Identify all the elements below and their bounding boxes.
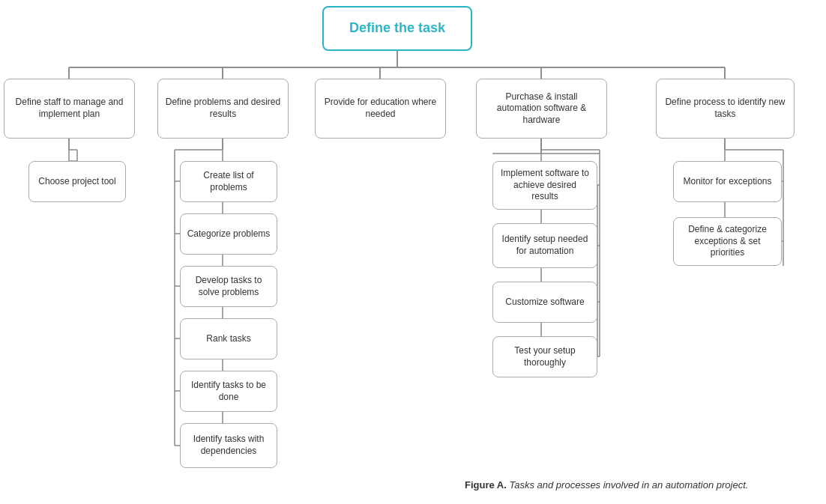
l2-2-5-label: Identify tasks to be done xyxy=(187,380,271,403)
l2-2-2-label: Categorize problems xyxy=(187,228,271,240)
root-node: Define the task xyxy=(322,6,472,51)
l2-4-1-node: Implement software to achieve desired re… xyxy=(492,161,597,210)
l2-4-2-node: Identify setup needed for automation xyxy=(492,223,597,268)
figure-label-bold: Figure A. xyxy=(465,479,507,491)
figure-caption: Figure A. Tasks and processes involved i… xyxy=(465,479,748,491)
l2-4-4-label: Test your setup thoroughly xyxy=(499,345,591,368)
l1-node-3: Provide for education where needed xyxy=(315,79,446,139)
l2-1-1-node: Choose project tool xyxy=(28,161,126,202)
l2-2-1-label: Create list of problems xyxy=(187,170,271,193)
l2-2-2-node: Categorize problems xyxy=(180,213,277,255)
l1-node-4: Purchase & install automation software &… xyxy=(476,79,607,139)
l2-5-2-node: Define & categorize exceptions & set pri… xyxy=(673,217,782,266)
l1-node-2: Define problems and desired results xyxy=(157,79,289,139)
l2-2-5-node: Identify tasks to be done xyxy=(180,371,277,412)
l2-1-1-label: Choose project tool xyxy=(38,176,115,188)
l1-node-1: Define staff to manage and implement pla… xyxy=(4,79,135,139)
l2-2-6-label: Identify tasks with dependencies xyxy=(187,434,271,457)
l2-5-1-label: Monitor for exceptions xyxy=(683,176,771,188)
l2-5-1-node: Monitor for exceptions xyxy=(673,161,782,202)
l2-2-4-label: Rank tasks xyxy=(206,333,250,345)
l2-2-3-node: Develop tasks to solve problems xyxy=(180,266,277,307)
root-label: Define the task xyxy=(349,19,445,37)
l2-4-4-node: Test your setup thoroughly xyxy=(492,336,597,377)
l2-2-4-node: Rank tasks xyxy=(180,318,277,359)
l1-label-3: Provide for education where needed xyxy=(322,97,439,120)
l2-4-3-node: Customize software xyxy=(492,282,597,323)
l2-2-6-node: Identify tasks with dependencies xyxy=(180,423,277,468)
l1-label-5: Define process to identify new tasks xyxy=(663,97,788,120)
l2-2-1-node: Create list of problems xyxy=(180,161,277,202)
l2-4-1-label: Implement software to achieve desired re… xyxy=(499,168,591,203)
l1-label-2: Define problems and desired results xyxy=(164,97,282,120)
l2-2-3-label: Develop tasks to solve problems xyxy=(187,275,271,298)
l1-node-5: Define process to identify new tasks xyxy=(656,79,795,139)
l2-5-2-label: Define & categorize exceptions & set pri… xyxy=(680,224,775,259)
l1-label-4: Purchase & install automation software &… xyxy=(483,91,600,127)
figure-label-italic: Tasks and processes involved in an autom… xyxy=(507,479,749,491)
l1-label-1: Define staff to manage and implement pla… xyxy=(10,97,128,120)
l2-4-2-label: Identify setup needed for automation xyxy=(499,234,591,257)
l2-4-3-label: Customize software xyxy=(505,297,584,309)
diagram-container: Define the task Define staff to manage a… xyxy=(0,0,826,504)
